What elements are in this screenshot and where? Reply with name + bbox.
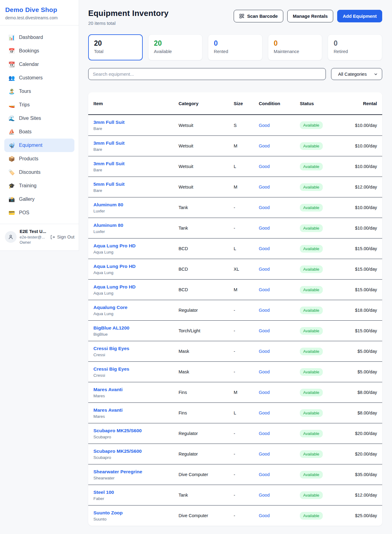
rental-price: $10.00/day <box>349 123 377 128</box>
size-cell: M <box>234 390 259 395</box>
condition-link[interactable]: Good <box>259 143 300 148</box>
category-cell: Dive Computer <box>179 513 234 518</box>
condition-link[interactable]: Good <box>259 349 300 354</box>
sidebar-item[interactable]: 🚤 Trips <box>4 98 74 112</box>
table-row[interactable]: Steel 100 Faber Tank - Good Available $1… <box>88 485 382 505</box>
item-name-link[interactable]: Aluminum 80 <box>93 223 179 228</box>
condition-link[interactable]: Good <box>259 328 300 333</box>
sidebar-item[interactable]: 🎓 Training <box>4 179 74 193</box>
item-name-link[interactable]: Suunto Zoop <box>93 510 179 516</box>
sidebar-item[interactable]: 👥 Customers <box>4 71 74 85</box>
rental-price: $10.00/day <box>349 143 377 148</box>
condition-link[interactable]: Good <box>259 287 300 292</box>
table-row[interactable]: Aluminum 80 Luxfer Tank - Good Available… <box>88 197 382 218</box>
item-name-link[interactable]: Shearwater Peregrine <box>93 469 179 475</box>
item-name-link[interactable]: Aqua Lung Pro HD <box>93 264 179 269</box>
condition-link[interactable]: Good <box>259 267 300 272</box>
condition-link[interactable]: Good <box>259 431 300 436</box>
item-name-link[interactable]: 3mm Full Suit <box>93 140 179 146</box>
category-select[interactable]: All Categories <box>331 68 382 80</box>
item-name-link[interactable]: Aqualung Core <box>93 305 179 310</box>
brand-name[interactable]: Demo Dive Shop <box>5 6 73 13</box>
table-row[interactable]: Scubapro MK25/S600 Scubapro Regulator - … <box>88 444 382 464</box>
item-name-link[interactable]: 3mm Full Suit <box>93 120 179 125</box>
scan-barcode-button[interactable]: Scan Barcode <box>234 10 283 22</box>
sidebar-item[interactable]: 🏝️ Tours <box>4 85 74 98</box>
table-row[interactable]: Aqua Lung Pro HD Aqua Lung BCD XL Good A… <box>88 259 382 279</box>
table-row[interactable]: Scubapro MK25/S600 Scubapro Regulator - … <box>88 423 382 444</box>
condition-link[interactable]: Good <box>259 123 300 128</box>
sidebar-item[interactable]: 📊 Dashboard <box>4 31 74 44</box>
stat-card[interactable]: 0 Maintenance <box>268 34 322 60</box>
sidebar-item[interactable]: 💳 POS <box>4 206 74 219</box>
table-row[interactable]: Mares Avanti Mares Fins L Good Available… <box>88 402 382 423</box>
table-row[interactable]: Suunto Zoop Suunto Dive Computer - Good … <box>88 505 382 526</box>
sailboat-icon: ⛵ <box>8 129 15 135</box>
table-row[interactable]: Aluminum 80 Luxfer Tank - Good Available… <box>88 218 382 238</box>
size-cell: M <box>234 185 259 189</box>
brand-domain: demo.test.divestreams.com <box>5 15 73 20</box>
sidebar-item[interactable]: 📸 Gallery <box>4 193 74 206</box>
item-name-link[interactable]: Cressi Big Eyes <box>93 346 179 351</box>
sign-out-button[interactable]: Sign Out <box>50 235 74 240</box>
table-row[interactable]: Cressi Big Eyes Cressi Mask - Good Avail… <box>88 361 382 382</box>
table-row[interactable]: Shearwater Peregrine Shearwater Dive Com… <box>88 464 382 485</box>
search-input[interactable] <box>88 68 326 80</box>
stat-card[interactable]: 20 Total <box>88 34 143 60</box>
condition-link[interactable]: Good <box>259 513 300 518</box>
package-icon: 📦 <box>8 156 15 162</box>
table-row[interactable]: 5mm Full Suit Bare Wetsuit M Good Availa… <box>88 177 382 197</box>
item-name-link[interactable]: Steel 100 <box>93 490 179 495</box>
table-row[interactable]: Aqua Lung Pro HD Aqua Lung BCD M Good Av… <box>88 279 382 300</box>
sidebar-item[interactable]: ⛵ Boats <box>4 125 74 139</box>
item-name-link[interactable]: 5mm Full Suit <box>93 181 179 187</box>
table-row[interactable]: Aqualung Core Aqua Lung Regulator - Good… <box>88 300 382 320</box>
sidebar-item[interactable]: 📆 Calendar <box>4 58 74 71</box>
condition-link[interactable]: Good <box>259 472 300 477</box>
condition-link[interactable]: Good <box>259 452 300 456</box>
item-name-link[interactable]: Aqua Lung Pro HD <box>93 243 179 249</box>
stat-card[interactable]: 0 Rented <box>208 34 262 60</box>
item-name-link[interactable]: Aluminum 80 <box>93 202 179 208</box>
condition-link[interactable]: Good <box>259 246 300 251</box>
condition-link[interactable]: Good <box>259 493 300 498</box>
item-name-link[interactable]: Aqua Lung Pro HD <box>93 284 179 290</box>
table-row[interactable]: Mares Avanti Mares Fins M Good Available… <box>88 382 382 402</box>
item-brand: Cressi <box>93 373 179 378</box>
condition-link[interactable]: Good <box>259 369 300 374</box>
condition-link[interactable]: Good <box>259 226 300 231</box>
item-name-link[interactable]: Mares Avanti <box>93 387 179 392</box>
table-row[interactable]: 3mm Full Suit Bare Wetsuit M Good Availa… <box>88 135 382 156</box>
stat-card[interactable]: 0 Retired <box>328 34 382 60</box>
add-equipment-button[interactable]: Add Equipment <box>337 10 382 22</box>
item-brand: Bare <box>93 168 179 172</box>
stat-card[interactable]: 20 Available <box>148 34 203 60</box>
item-name-link[interactable]: Mares Avanti <box>93 407 179 413</box>
item-name-link[interactable]: Cressi Big Eyes <box>93 366 179 372</box>
item-name-link[interactable]: Scubapro MK25/S600 <box>93 428 179 433</box>
condition-link[interactable]: Good <box>259 390 300 395</box>
table-row[interactable]: Cressi Big Eyes Cressi Mask - Good Avail… <box>88 341 382 361</box>
manage-rentals-button[interactable]: Manage Rentals <box>287 10 333 22</box>
item-name-link[interactable]: 3mm Full Suit <box>93 161 179 166</box>
sidebar-item-label: Products <box>19 156 38 162</box>
tag-icon: 🏷️ <box>8 170 15 175</box>
table-row[interactable]: BigBlue AL1200 BigBlue Torch/Light - Goo… <box>88 320 382 341</box>
sidebar-item[interactable]: 🏷️ Discounts <box>4 166 74 179</box>
condition-link[interactable]: Good <box>259 410 300 415</box>
condition-link[interactable]: Good <box>259 308 300 313</box>
sidebar-item[interactable]: 📦 Products <box>4 152 74 166</box>
status-badge: Available <box>300 491 323 499</box>
condition-link[interactable]: Good <box>259 185 300 189</box>
condition-link[interactable]: Good <box>259 205 300 210</box>
item-name-link[interactable]: BigBlue AL1200 <box>93 325 179 331</box>
sidebar-item[interactable]: 📅 Bookings <box>4 44 74 58</box>
condition-link[interactable]: Good <box>259 164 300 169</box>
item-name-link[interactable]: Scubapro MK25/S600 <box>93 448 179 454</box>
brand-block: Demo Dive Shop demo.test.divestreams.com <box>0 0 79 25</box>
table-row[interactable]: 3mm Full Suit Bare Wetsuit S Good Availa… <box>88 115 382 135</box>
table-row[interactable]: Aqua Lung Pro HD Aqua Lung BCD L Good Av… <box>88 238 382 259</box>
table-row[interactable]: 3mm Full Suit Bare Wetsuit L Good Availa… <box>88 156 382 177</box>
sidebar-item[interactable]: 🌊 Dive Sites <box>4 112 74 125</box>
sidebar-item[interactable]: 🤿 Equipment <box>4 139 74 152</box>
